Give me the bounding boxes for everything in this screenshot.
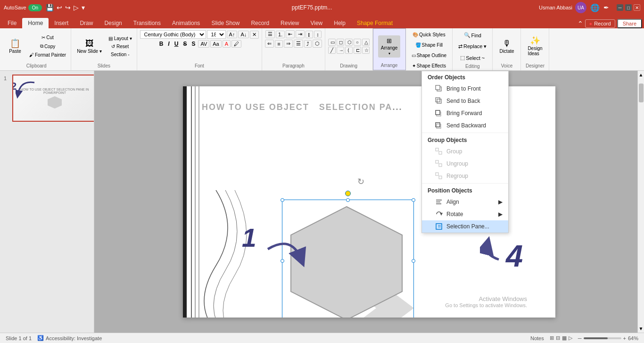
tab-file[interactable]: File bbox=[2, 18, 22, 28]
shape-effects-button[interactable]: ✦ Shape Effects bbox=[409, 61, 449, 70]
maximize-button[interactable]: □ bbox=[625, 4, 632, 11]
zoom-out-button[interactable]: ─ bbox=[578, 335, 582, 341]
align-right-button[interactable]: ⇒ bbox=[284, 40, 293, 48]
shape-8[interactable]: ⟨ bbox=[345, 47, 353, 54]
scroll-down-icon[interactable]: ▼ bbox=[637, 325, 644, 333]
shape-3[interactable]: ⬡ bbox=[345, 39, 353, 46]
highlight-button[interactable]: 🖊 bbox=[231, 40, 241, 48]
decrease-indent-button[interactable]: ⇤ bbox=[286, 30, 295, 38]
regroup-item[interactable]: Regroup bbox=[422, 170, 508, 182]
paste-button[interactable]: 📋 Paste bbox=[5, 37, 25, 56]
shape-6[interactable]: ╱ bbox=[328, 47, 336, 54]
tab-insert[interactable]: Insert bbox=[49, 18, 74, 28]
dictate-button[interactable]: 🎙 Dictate bbox=[496, 37, 517, 56]
increase-indent-button[interactable]: ⇥ bbox=[296, 30, 305, 38]
italic-button[interactable]: I bbox=[166, 40, 171, 48]
align-center-button[interactable]: ≡ bbox=[275, 40, 282, 48]
normal-view-icon[interactable]: ⊞ bbox=[550, 335, 554, 341]
change-case-button[interactable]: Aa bbox=[210, 40, 221, 48]
align-left-button[interactable]: ⇐ bbox=[265, 40, 274, 48]
minimize-button[interactable]: ─ bbox=[617, 4, 623, 11]
convert-to-smartart-button[interactable]: ⬡ bbox=[313, 40, 322, 48]
tab-review[interactable]: Review bbox=[275, 18, 305, 28]
find-button[interactable]: 🔍 Find bbox=[461, 30, 484, 40]
shape-9[interactable]: ⊏ bbox=[354, 47, 361, 54]
shape-outline-button[interactable]: ▭ Shape Outline bbox=[409, 51, 449, 60]
zoom-in-button[interactable]: + bbox=[623, 335, 626, 341]
font-size-select[interactable]: 18 bbox=[207, 30, 226, 39]
underline-button[interactable]: U bbox=[173, 40, 181, 48]
shape-1[interactable]: ▭ bbox=[328, 39, 336, 46]
tab-help[interactable]: Help bbox=[328, 18, 351, 28]
send-backward-item[interactable]: Send Backward bbox=[422, 119, 508, 132]
section-button[interactable]: Section - bbox=[107, 51, 134, 58]
font-increase-button[interactable]: A↑ bbox=[227, 31, 238, 38]
shape-2[interactable]: ◻ bbox=[337, 39, 344, 46]
cut-button[interactable]: ✂ Cut bbox=[27, 34, 68, 41]
bold-button[interactable]: B bbox=[157, 40, 165, 48]
bullets-button[interactable]: ☰ bbox=[265, 30, 275, 38]
strikethrough-button[interactable]: S bbox=[181, 40, 189, 48]
align-item[interactable]: Align ▶ bbox=[422, 196, 508, 208]
new-slide-button[interactable]: 🖼 New Slide ▾ bbox=[74, 37, 105, 56]
font-color-button[interactable]: A bbox=[223, 40, 231, 48]
slide-thumbnail[interactable]: HOW TO USE OBJECT SELECTION PANE IN POWE… bbox=[12, 75, 94, 122]
redo-icon[interactable]: ↪ bbox=[65, 4, 71, 11]
canvas-area[interactable]: HOW TO USE OBJECT SELECTION PA...VERPOIN… bbox=[94, 71, 644, 333]
record-button[interactable]: ● Record bbox=[585, 19, 615, 28]
notes-button[interactable]: Notes bbox=[530, 335, 544, 341]
format-painter-button[interactable]: 🖌 Format Painter bbox=[27, 51, 68, 59]
rotate-item[interactable]: Rotate ▶ bbox=[422, 208, 508, 220]
arrange-button[interactable]: ⊞ Arrange ▾ bbox=[378, 35, 401, 58]
shape-10[interactable]: ☆ bbox=[362, 47, 370, 54]
tab-record[interactable]: Record bbox=[245, 18, 275, 28]
group-item[interactable]: Group bbox=[422, 145, 508, 158]
columns-button[interactable]: ⫿ bbox=[305, 31, 313, 38]
shape-5[interactable]: △ bbox=[362, 39, 370, 46]
share-button[interactable]: Share bbox=[617, 19, 642, 28]
numbering-button[interactable]: 1. bbox=[276, 31, 285, 38]
tab-home[interactable]: Home bbox=[22, 18, 49, 28]
copy-button[interactable]: ⧉ Copy bbox=[27, 42, 68, 50]
tab-animations[interactable]: Animations bbox=[166, 18, 206, 28]
ungroup-item[interactable]: Ungroup bbox=[422, 158, 508, 170]
vertical-scrollbar[interactable]: ▲ ▼ bbox=[637, 71, 644, 333]
save-icon[interactable]: 💾 bbox=[46, 4, 54, 11]
shape-fill-button[interactable]: 🪣 Shape Fill bbox=[413, 41, 446, 50]
undo-icon[interactable]: ↩ bbox=[57, 4, 62, 11]
text-direction-button[interactable]: ⤴ bbox=[304, 40, 312, 48]
autosave-toggle[interactable]: On bbox=[28, 4, 42, 11]
customize-icon[interactable]: ▾ bbox=[82, 4, 85, 11]
shape-7[interactable]: → bbox=[337, 47, 344, 54]
line-spacing-button[interactable]: ↕ bbox=[314, 31, 322, 38]
shadow-button[interactable]: S bbox=[190, 40, 197, 48]
shape-4[interactable]: ○ bbox=[354, 39, 361, 46]
tab-design[interactable]: Design bbox=[99, 18, 127, 28]
char-spacing-button[interactable]: AV bbox=[198, 40, 209, 48]
quick-styles-button[interactable]: 🎨 Quick Styles bbox=[410, 30, 448, 39]
layout-button[interactable]: ▤ Layout ▾ bbox=[107, 35, 134, 42]
zoom-slider[interactable] bbox=[584, 337, 621, 339]
present-icon[interactable]: ▷ bbox=[74, 4, 79, 11]
justify-button[interactable]: ☰ bbox=[294, 40, 303, 48]
collapse-ribbon-icon[interactable]: ⌃ bbox=[578, 20, 583, 27]
bring-to-front-item[interactable]: Bring to Front bbox=[422, 83, 508, 95]
select-button[interactable]: ⬚ Select ~ bbox=[457, 53, 487, 63]
tab-transitions[interactable]: Transitions bbox=[128, 18, 166, 28]
font-name-select[interactable]: Century Gothic (Body) bbox=[140, 30, 206, 39]
close-button[interactable]: ✕ bbox=[634, 4, 640, 11]
tab-slideshow[interactable]: Slide Show bbox=[206, 18, 245, 28]
tab-view[interactable]: View bbox=[305, 18, 328, 28]
designer-button[interactable]: ✨ DesignIdeas bbox=[525, 34, 545, 58]
reset-button[interactable]: ↺ Reset bbox=[107, 43, 134, 50]
scroll-up-icon[interactable]: ▲ bbox=[637, 71, 644, 79]
bring-forward-item[interactable]: Bring Forward bbox=[422, 107, 508, 119]
tab-shape-format[interactable]: Shape Format bbox=[351, 18, 398, 28]
clear-format-button[interactable]: ✕ bbox=[250, 31, 259, 39]
reading-view-icon[interactable]: ▦ bbox=[562, 335, 567, 341]
replace-button[interactable]: ⇄ Replace ▾ bbox=[455, 42, 489, 51]
selection-pane-item[interactable]: Selection Pane... bbox=[422, 220, 508, 233]
send-to-back-item[interactable]: Send to Back bbox=[422, 95, 508, 107]
font-decrease-button[interactable]: A↓ bbox=[238, 31, 249, 38]
slideshow-view-icon[interactable]: ▷ bbox=[569, 335, 572, 341]
